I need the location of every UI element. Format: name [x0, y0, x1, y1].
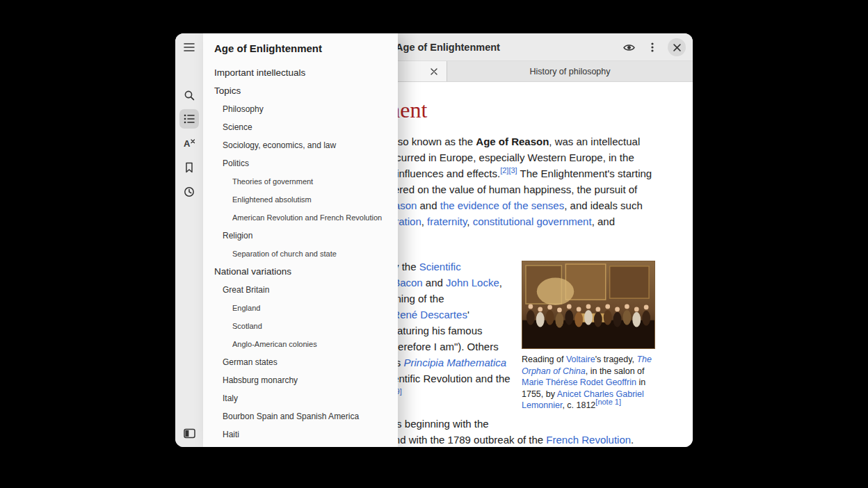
- toc-panel: Age of Enlightenment Important intellect…: [203, 33, 398, 447]
- article-text: and: [423, 277, 446, 288]
- toc-item[interactable]: Anglo-American colonies: [203, 335, 398, 353]
- article-text: also known as the: [387, 136, 476, 147]
- toc-item[interactable]: England: [203, 299, 398, 317]
- app-window: Age of Enlightenment History of philosop…: [175, 33, 693, 447]
- toc-item[interactable]: Religion: [203, 227, 398, 245]
- toc-item[interactable]: Philosophy: [203, 100, 398, 118]
- tab-history-of-philosophy[interactable]: History of philosophy: [447, 61, 693, 81]
- icon-rail: A: [175, 33, 203, 447]
- toc-title: Age of Enlightenment: [203, 33, 398, 64]
- toc-item[interactable]: Great Britain: [203, 281, 398, 299]
- language-icon[interactable]: A: [179, 133, 199, 153]
- toc-item[interactable]: American Revolution and French Revolutio…: [203, 209, 398, 227]
- article-link[interactable]: Principia Mathematica: [404, 357, 507, 368]
- article-link[interactable]: French Revolution: [546, 434, 631, 446]
- article-link[interactable]: René Descartes: [392, 309, 467, 320]
- article-text: Reading of: [522, 355, 566, 364]
- toc-item[interactable]: Important intellectuals: [203, 64, 398, 82]
- toc-list: Important intellectualsTopicsPhilosophyS…: [203, 64, 398, 444]
- header-actions: [620, 33, 686, 61]
- article-link[interactable]: John Locke: [446, 277, 499, 288]
- article-link[interactable]: the evidence of the senses: [440, 200, 564, 211]
- toc-item[interactable]: Italy: [203, 389, 398, 407]
- figure-caption: Reading of Voltaire's tragedy, The Orpha…: [522, 354, 655, 412]
- tab-close-icon[interactable]: [428, 65, 440, 78]
- article-text: Age of Reason: [476, 136, 549, 147]
- toc-item[interactable]: Science: [203, 118, 398, 136]
- toc-item[interactable]: Theories of government: [203, 172, 398, 190]
- article-link[interactable]: fraternity: [427, 215, 467, 227]
- article-figure: Reading of Voltaire's tragedy, The Orpha…: [522, 261, 655, 412]
- toc-item[interactable]: National variations: [203, 263, 398, 281]
- close-icon[interactable]: [668, 38, 686, 56]
- toc-item[interactable]: German states: [203, 353, 398, 371]
- toc-item[interactable]: Politics: [203, 154, 398, 172]
- toc-item[interactable]: Topics: [203, 82, 398, 100]
- article-text: 's tragedy,: [595, 355, 637, 364]
- article-text: and: [417, 200, 440, 211]
- tab-label: History of philosophy: [529, 67, 610, 76]
- salon-painting-image[interactable]: [522, 261, 655, 349]
- article-text: , in the salon of: [586, 366, 645, 376]
- toc-item[interactable]: Enlightened absolutism: [203, 190, 398, 209]
- sidebar-toggle-icon[interactable]: [179, 423, 199, 443]
- article-text: ': [467, 309, 469, 320]
- article-text: ,: [421, 215, 427, 227]
- article-link[interactable]: constitutional government: [473, 215, 592, 227]
- toc-item[interactable]: Sociology, economics, and law: [203, 136, 398, 154]
- toc-icon[interactable]: [179, 109, 199, 129]
- eye-icon[interactable]: [620, 39, 637, 56]
- article-text: ,: [467, 215, 472, 227]
- toc-item[interactable]: Bourbon Spain and Spanish America: [203, 407, 398, 425]
- article-text: , c. 1812: [562, 400, 595, 410]
- kebab-menu-icon[interactable]: [644, 39, 661, 56]
- history-icon[interactable]: [179, 182, 199, 202]
- svg-text:A: A: [184, 138, 191, 149]
- toc-item[interactable]: Haiti: [203, 425, 398, 444]
- article-text: , and: [592, 215, 615, 227]
- toc-item[interactable]: Scotland: [203, 317, 398, 335]
- bookmarks-icon[interactable]: [179, 158, 199, 177]
- toc-item[interactable]: Separation of church and state: [203, 245, 398, 263]
- toc-item[interactable]: Habsburg monarchy: [203, 371, 398, 389]
- article-link[interactable]: [note 1]: [595, 398, 621, 406]
- article-link[interactable]: [2][3]: [500, 166, 517, 174]
- article-link[interactable]: Marie Thérèse Rodet Geoffrin: [522, 377, 636, 387]
- main-menu-icon[interactable]: [179, 38, 199, 57]
- article-link[interactable]: Voltaire: [566, 355, 595, 364]
- search-icon[interactable]: [179, 86, 199, 105]
